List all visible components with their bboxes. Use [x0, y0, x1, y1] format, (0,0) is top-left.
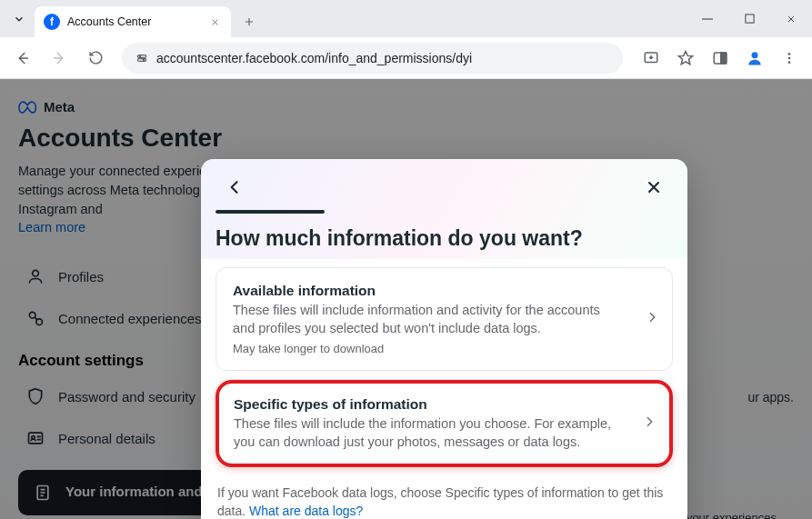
bookmark-icon[interactable] — [670, 43, 701, 74]
svg-point-9 — [752, 52, 758, 58]
window-minimize-button[interactable] — [687, 0, 728, 37]
option-available-information[interactable]: Available information These files will i… — [216, 267, 673, 371]
profile-icon[interactable] — [739, 43, 770, 74]
tab-close-button[interactable] — [207, 15, 222, 29]
side-panel-icon[interactable] — [705, 43, 736, 74]
modal-title: How much information do you want? — [216, 226, 673, 251]
svg-rect-1 — [745, 15, 753, 23]
window-controls — [687, 0, 812, 37]
option-title: Available information — [233, 283, 625, 299]
address-bar[interactable]: accountscenter.facebook.com/info_and_per… — [122, 43, 623, 74]
window-close-button[interactable] — [770, 0, 812, 37]
window-maximize-button[interactable] — [728, 0, 770, 37]
option-specific-types[interactable]: Specific types of information These file… — [216, 380, 673, 468]
svg-rect-8 — [721, 53, 727, 64]
browser-tab-strip: f Accounts Center — [0, 0, 812, 37]
new-tab-button[interactable] — [236, 9, 262, 35]
progress-indicator — [216, 210, 325, 214]
facebook-favicon: f — [44, 14, 60, 30]
modal-footer-text: If you want Facebook data logs, choose S… — [216, 476, 673, 519]
svg-point-10 — [788, 53, 791, 55]
download-info-modal: How much information do you want? Availa… — [201, 159, 687, 519]
svg-point-11 — [788, 56, 791, 59]
browser-tab[interactable]: f Accounts Center — [35, 6, 231, 37]
browser-toolbar: accountscenter.facebook.com/info_and_per… — [0, 37, 812, 79]
url-text: accountscenter.facebook.com/info_and_per… — [156, 51, 472, 65]
back-button[interactable] — [7, 43, 38, 74]
data-logs-link[interactable]: What are data logs? — [249, 504, 363, 518]
reload-button[interactable] — [80, 43, 111, 74]
option-note: May take longer to download — [233, 342, 625, 355]
install-app-icon[interactable] — [636, 43, 667, 74]
chevron-right-icon — [645, 310, 659, 328]
forward-button[interactable] — [44, 43, 75, 74]
option-title: Specific types of information — [234, 396, 624, 413]
tab-search-button[interactable] — [4, 5, 35, 33]
svg-point-5 — [143, 59, 144, 60]
svg-rect-0 — [702, 18, 713, 19]
modal-close-button[interactable] — [640, 174, 667, 201]
modal-back-button[interactable] — [221, 174, 248, 201]
option-description: These files will include information and… — [233, 301, 625, 338]
chevron-right-icon — [642, 414, 657, 433]
menu-icon[interactable] — [774, 43, 805, 74]
site-settings-icon — [135, 51, 149, 65]
svg-point-12 — [788, 61, 791, 64]
svg-point-4 — [139, 55, 140, 56]
option-description: These files will include the information… — [234, 414, 624, 452]
tab-title: Accounts Center — [67, 15, 200, 28]
